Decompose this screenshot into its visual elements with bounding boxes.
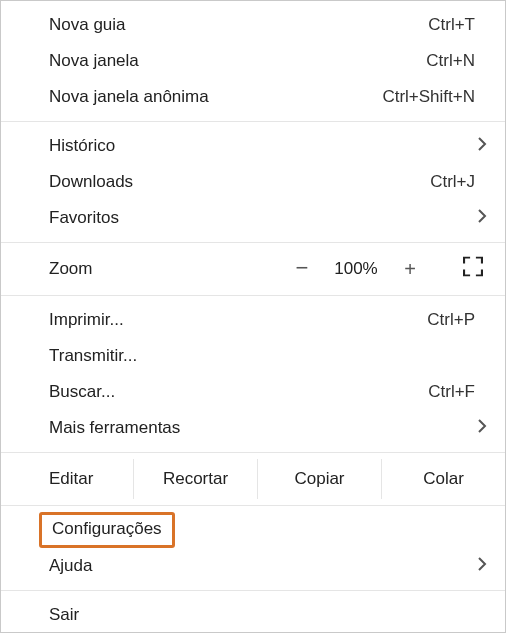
chrome-main-menu: Nova guia Ctrl+T Nova janela Ctrl+N Nova… xyxy=(0,0,506,633)
menu-separator xyxy=(1,295,505,296)
menu-item-label: Nova janela anônima xyxy=(49,87,382,107)
menu-item-print[interactable]: Imprimir... Ctrl+P xyxy=(1,302,505,338)
menu-item-label: Histórico xyxy=(49,136,483,156)
menu-item-label: Configurações xyxy=(49,512,483,548)
fullscreen-icon xyxy=(463,257,483,277)
menu-separator xyxy=(1,121,505,122)
menu-item-shortcut: Ctrl+P xyxy=(427,310,483,330)
submenu-chevron-icon xyxy=(477,136,487,156)
menu-separator xyxy=(1,505,505,506)
menu-item-label: Favoritos xyxy=(49,208,483,228)
menu-item-help[interactable]: Ajuda xyxy=(1,548,505,584)
menu-item-cast[interactable]: Transmitir... xyxy=(1,338,505,374)
menu-item-new-incognito[interactable]: Nova janela anônima Ctrl+Shift+N xyxy=(1,79,505,115)
menu-item-label: Imprimir... xyxy=(49,310,427,330)
menu-item-bookmarks[interactable]: Favoritos xyxy=(1,200,505,236)
menu-item-label: Transmitir... xyxy=(49,346,483,366)
zoom-level: 100% xyxy=(325,259,387,279)
menu-item-settings[interactable]: Configurações xyxy=(1,512,505,548)
menu-separator xyxy=(1,452,505,453)
menu-item-label: Downloads xyxy=(49,172,430,192)
menu-item-shortcut: Ctrl+N xyxy=(426,51,483,71)
submenu-chevron-icon xyxy=(477,208,487,228)
fullscreen-button[interactable] xyxy=(463,257,483,282)
menu-item-downloads[interactable]: Downloads Ctrl+J xyxy=(1,164,505,200)
menu-item-find[interactable]: Buscar... Ctrl+F xyxy=(1,374,505,410)
menu-separator xyxy=(1,590,505,591)
menu-item-history[interactable]: Histórico xyxy=(1,128,505,164)
edit-copy-label: Copiar xyxy=(294,469,344,489)
menu-item-shortcut: Ctrl+Shift+N xyxy=(382,87,483,107)
menu-item-zoom: Zoom − 100% + xyxy=(1,249,505,289)
edit-label: Editar xyxy=(1,459,133,499)
menu-item-new-tab[interactable]: Nova guia Ctrl+T xyxy=(1,7,505,43)
menu-item-label: Nova janela xyxy=(49,51,426,71)
submenu-chevron-icon xyxy=(477,418,487,438)
menu-item-exit[interactable]: Sair xyxy=(1,597,505,633)
menu-item-label: Mais ferramentas xyxy=(49,418,483,438)
edit-paste-label: Colar xyxy=(423,469,464,489)
menu-item-label: Buscar... xyxy=(49,382,428,402)
menu-item-new-window[interactable]: Nova janela Ctrl+N xyxy=(1,43,505,79)
submenu-chevron-icon xyxy=(477,556,487,576)
menu-item-label: Sair xyxy=(49,605,483,625)
menu-separator xyxy=(1,242,505,243)
menu-item-label: Ajuda xyxy=(49,556,483,576)
menu-item-shortcut: Ctrl+F xyxy=(428,382,483,402)
menu-item-more-tools[interactable]: Mais ferramentas xyxy=(1,410,505,446)
menu-item-edit: Editar Recortar Copiar Colar xyxy=(1,459,505,499)
edit-cut-button[interactable]: Recortar xyxy=(133,459,257,499)
zoom-label: Zoom xyxy=(1,259,279,279)
edit-paste-button[interactable]: Colar xyxy=(381,459,505,499)
menu-item-label: Nova guia xyxy=(49,15,428,35)
settings-highlight-box: Configurações xyxy=(39,512,175,548)
menu-item-shortcut: Ctrl+T xyxy=(428,15,483,35)
zoom-in-button[interactable]: + xyxy=(387,259,433,279)
edit-cut-label: Recortar xyxy=(163,469,228,489)
zoom-out-button[interactable]: − xyxy=(279,257,325,279)
menu-item-shortcut: Ctrl+J xyxy=(430,172,483,192)
edit-copy-button[interactable]: Copiar xyxy=(257,459,381,499)
